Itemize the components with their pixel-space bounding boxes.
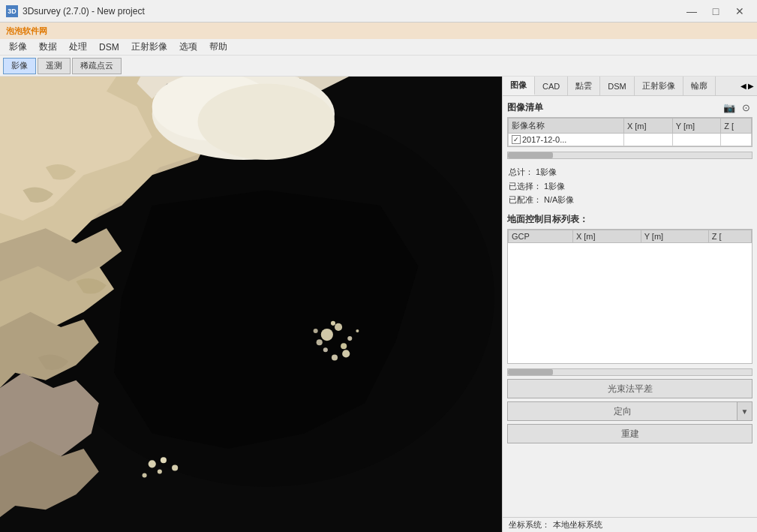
stat-selected: 已选择： 1影像 [509,179,751,194]
tab-scroll-right[interactable]: ▶ [748,82,754,90]
title-bar-left: 3D 3Dsurvey (2.7.0) - New project [6,5,145,17]
toolbar: 影像 遥测 稀疏点云 [0,56,757,77]
menu-item-help[interactable]: 帮助 [203,39,233,55]
svg-point-5 [321,329,333,341]
tab-ortho[interactable]: 正射影像 [635,77,683,95]
svg-point-17 [161,457,167,463]
window-controls: — □ ✕ [680,4,751,19]
svg-point-4 [198,84,335,160]
svg-point-13 [323,347,328,352]
right-panel: 图像 CAD 點雲 DSM 正射影像 輪廓 ◀ ▶ 图像清单 📷 ⊙ [502,77,757,532]
target-icon[interactable]: ⊙ [739,101,752,114]
svg-point-18 [158,469,162,473]
orient-button[interactable]: 定向 [507,401,737,421]
svg-point-9 [331,321,335,326]
orient-dropdown-arrow[interactable]: ▼ [737,401,752,421]
gcp-table: GCP X [m] Y [m] Z [ [508,230,752,243]
col-name: 影像名称 [509,119,624,134]
camera-icon[interactable]: 📷 [722,101,736,114]
svg-point-20 [143,473,147,478]
right-panel-content: 图像清单 📷 ⊙ 影像名称 X [m] Y [m] Z [ [503,96,757,517]
image-checkbox[interactable]: ✓ [512,135,521,144]
tab-outline[interactable]: 輪廓 [683,77,716,95]
image-table-wrapper[interactable]: 影像名称 X [m] Y [m] Z [ ✓ 2017-12-0... [507,117,752,147]
svg-point-16 [149,460,156,467]
gcp-hscroll-thumb [508,369,553,375]
toolbar-tab-remote[interactable]: 遥测 [38,58,71,74]
bundle-adjust-button[interactable]: 光束法平差 [507,379,752,398]
gcp-col-name: GCP [509,230,573,243]
svg-point-6 [335,323,342,331]
tab-scroll-left[interactable]: ◀ [740,82,746,90]
gcp-col-z: Z [ [708,230,751,243]
svg-point-12 [356,329,359,332]
close-button[interactable]: ✕ [728,4,751,19]
gcp-label: 地面控制目标列表： [507,213,752,226]
menu-item-images[interactable]: 影像 [3,39,33,55]
gcp-table-hscroll[interactable] [507,368,752,376]
svg-point-15 [332,354,338,360]
table-row[interactable]: ✓ 2017-12-0... [509,134,752,146]
image-x-cell [623,134,672,146]
aerial-image [0,77,502,532]
tab-pointcloud[interactable]: 點雲 [568,77,600,95]
watermark-text: 泡泡软件网 [6,26,47,37]
gcp-col-x: X [m] [572,230,641,243]
svg-point-8 [347,336,352,341]
image-table-hscroll[interactable] [507,152,752,159]
image-panel[interactable] [0,77,502,532]
logo-text: 3D [8,8,17,15]
status-value: 本地坐标系统 [553,519,602,530]
hscroll-thumb [508,152,553,158]
tab-scroll[interactable]: ◀ ▶ [737,77,757,95]
rebuild-button[interactable]: 重建 [507,424,752,443]
image-filename: 2017-12-0... [522,135,566,144]
svg-point-14 [342,350,350,357]
gcp-col-y: Y [m] [641,230,708,243]
col-x: X [m] [623,119,672,134]
toolbar-tab-pointcloud[interactable]: 稀疏点云 [72,58,122,74]
maximize-button[interactable]: □ [704,4,727,19]
status-label: 坐标系统： [509,519,550,530]
orient-button-group: 定向 ▼ [507,401,752,421]
col-y: Y [m] [672,119,720,134]
title-bar: 3D 3Dsurvey (2.7.0) - New project — □ ✕ [0,0,757,23]
menu-bar: 影像 数据 处理 DSM 正射影像 选项 帮助 [0,39,757,56]
tab-dsm[interactable]: DSM [600,77,634,95]
image-list-header: 图像清单 📷 ⊙ [507,101,752,114]
stat-matched: 已配准： N/A影像 [509,193,751,207]
tab-cad[interactable]: CAD [535,77,568,95]
app-title: 3Dsurvey (2.7.0) - New project [23,6,145,17]
toolbar-tab-images[interactable]: 影像 [3,58,36,74]
app-logo: 3D [6,5,18,17]
image-z-cell [721,134,752,146]
main-content: 图像 CAD 點雲 DSM 正射影像 輪廓 ◀ ▶ 图像清单 📷 ⊙ [0,77,757,532]
menu-item-process[interactable]: 处理 [63,39,93,55]
svg-point-10 [341,343,347,349]
gcp-table-wrapper[interactable]: GCP X [m] Y [m] Z [ [507,229,752,364]
right-status-bar: 坐标系统： 本地坐标系统 [503,517,757,532]
right-panel-tabs: 图像 CAD 點雲 DSM 正射影像 輪廓 ◀ ▶ [503,77,757,96]
svg-point-7 [317,339,323,345]
image-list-icons: 📷 ⊙ [722,101,752,114]
menu-item-dsm[interactable]: DSM [93,41,125,54]
tab-image[interactable]: 图像 [503,77,535,95]
image-table: 影像名称 X [m] Y [m] Z [ ✓ 2017-12-0... [508,118,752,146]
stat-total: 总计： 1影像 [509,165,751,179]
col-z: Z [ [721,119,752,134]
menu-item-data[interactable]: 数据 [33,39,63,55]
image-list-title: 图像清单 [507,101,543,114]
menu-item-ortho[interactable]: 正射影像 [125,39,173,55]
watermark-overlay: 泡泡软件网 [0,23,757,39]
image-name-cell: ✓ 2017-12-0... [509,134,624,146]
menu-item-options[interactable]: 选项 [173,39,203,55]
image-y-cell [672,134,720,146]
svg-point-19 [172,464,178,470]
svg-point-11 [314,329,318,333]
minimize-button[interactable]: — [680,4,703,19]
stats-area: 总计： 1影像 已选择： 1影像 已配准： N/A影像 [507,162,752,210]
